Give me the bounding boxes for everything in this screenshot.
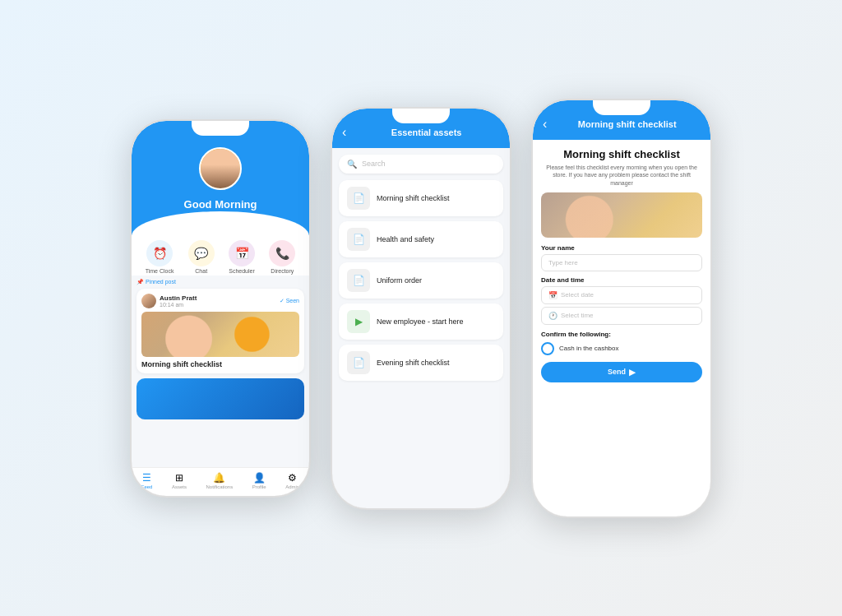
- your-name-input[interactable]: Type here: [541, 254, 702, 271]
- asset-morning-checklist[interactable]: 📄 Morning shift checklist: [339, 180, 503, 216]
- asset-new-employee[interactable]: ▶ New employee - start here: [339, 303, 503, 340]
- send-arrow-icon: ▶: [629, 368, 636, 377]
- date-time-label: Date and time: [541, 276, 702, 284]
- phone2-notch: [392, 109, 450, 123]
- phone2-inner: ‹ Essential assets 🔍 Search 📄 Morning sh…: [332, 109, 510, 508]
- nav-profile[interactable]: 👤 Profile: [252, 472, 266, 489]
- asset-uniform-order[interactable]: 📄 Uniform order: [339, 262, 503, 299]
- pinned-post-label: 📌 Pinned post: [136, 279, 304, 285]
- feed-nav-label: Feed: [141, 484, 153, 489]
- phone-1: Good Morning ⏰ Time Clock 💬 Chat 📅 Sched…: [130, 119, 311, 498]
- scheduler-icon: 📅: [229, 240, 255, 266]
- feed-seen-badge: ✓ Seen: [280, 298, 299, 304]
- feed-section: 📌 Pinned post Austin Pratt 10:14 am ✓ Se…: [132, 276, 309, 467]
- avatar: [199, 147, 242, 190]
- feed-user: Austin Pratt 10:14 am: [141, 294, 197, 308]
- asset-label-4: New employee - start here: [377, 317, 464, 326]
- profile-nav-icon: 👤: [253, 472, 266, 484]
- phone-2: ‹ Essential assets 🔍 Search 📄 Morning sh…: [331, 107, 511, 510]
- asset-label-5: Evening shift checklist: [377, 359, 450, 367]
- date-placeholder: Select date: [561, 291, 594, 299]
- checklist-hero-image: [541, 192, 702, 238]
- phone3-notch: [593, 100, 650, 115]
- feed-user-name: Austin Pratt: [160, 294, 197, 302]
- clock-icon: 🕐: [548, 312, 557, 320]
- feed-nav-icon: ☰: [142, 472, 151, 484]
- date-picker[interactable]: 📅 Select date: [541, 286, 702, 304]
- search-icon: 🔍: [347, 160, 357, 169]
- checklist-image-visual: [541, 192, 702, 238]
- asset-pdf-icon-2: 📄: [347, 228, 370, 251]
- asset-label-3: Uniform order: [377, 276, 422, 285]
- feed-image-visual: [141, 312, 299, 357]
- feed-post-title: Morning shift checklist: [141, 360, 299, 368]
- phone2-title: Essential assets: [353, 127, 500, 137]
- calendar-icon: 📅: [548, 291, 557, 299]
- chat-icon: 💬: [188, 240, 215, 266]
- notifications-nav-icon: 🔔: [213, 472, 225, 484]
- asset-pdf-icon-3: 📄: [347, 269, 370, 292]
- phone1-header: Good Morning: [132, 121, 309, 235]
- nav-notifications[interactable]: 🔔 Notifications: [206, 472, 233, 489]
- directory-icon: 📞: [269, 240, 295, 266]
- confirm-item-cash[interactable]: Cash in the cashbox: [541, 342, 702, 355]
- greeting-text: Good Morning: [132, 198, 309, 211]
- assets-nav-icon: ⊞: [175, 472, 183, 484]
- asset-pdf-icon-1: 📄: [347, 187, 370, 210]
- time-placeholder: Select time: [561, 312, 594, 319]
- nav-feed[interactable]: ☰ Feed: [141, 472, 153, 489]
- search-bar[interactable]: 🔍 Search: [339, 155, 503, 174]
- search-placeholder: Search: [362, 160, 386, 168]
- asset-label-2: Health and safety: [377, 235, 434, 243]
- asset-video-icon: ▶: [347, 310, 370, 333]
- time-clock-icon: ⏰: [146, 240, 173, 266]
- feed-post-image: [141, 312, 299, 357]
- icon-directory[interactable]: 📞 Directory: [269, 240, 295, 274]
- feed-post-time: 10:14 am: [160, 302, 197, 308]
- nav-admin[interactable]: ⚙ Admin: [285, 472, 299, 489]
- feed-card-header: Austin Pratt 10:14 am ✓ Seen: [141, 294, 299, 308]
- time-picker[interactable]: 🕐 Select time: [541, 307, 702, 325]
- feed-card-2[interactable]: [136, 378, 304, 419]
- confirm-section: Confirm the following: Cash in the cashb…: [541, 331, 702, 355]
- icon-chat[interactable]: 💬 Chat: [188, 240, 215, 274]
- phone3-body: Morning shift checklist Please feel this…: [533, 140, 710, 516]
- profile-nav-label: Profile: [252, 484, 266, 489]
- bottom-nav: ☰ Feed ⊞ Assets 🔔 Notifications 👤 Profil…: [132, 467, 309, 496]
- asset-label-1: Morning shift checklist: [377, 194, 450, 202]
- feed-user-avatar: [141, 294, 156, 308]
- phone1-notch: [192, 121, 249, 136]
- phone2-body: 🔍 Search 📄 Morning shift checklist 📄 Hea…: [332, 148, 510, 508]
- phone-3: ‹ Morning shift checklist Morning shift …: [531, 99, 712, 518]
- asset-evening-checklist[interactable]: 📄 Evening shift checklist: [339, 345, 503, 381]
- icon-time-clock[interactable]: ⏰ Time Clock: [146, 240, 174, 274]
- back-button[interactable]: ‹: [342, 125, 346, 140]
- confirm-item-text: Cash in the cashbox: [559, 345, 619, 352]
- feed-card[interactable]: Austin Pratt 10:14 am ✓ Seen Morning shi…: [136, 289, 304, 373]
- scene: Good Morning ⏰ Time Clock 💬 Chat 📅 Sched…: [113, 66, 729, 551]
- send-button[interactable]: Send ▶: [541, 362, 702, 382]
- icon-scheduler[interactable]: 📅 Scheduler: [229, 240, 255, 274]
- asset-health-safety[interactable]: 📄 Health and safety: [339, 221, 503, 257]
- time-clock-label: Time Clock: [146, 268, 174, 274]
- phone1-inner: Good Morning ⏰ Time Clock 💬 Chat 📅 Sched…: [132, 121, 309, 496]
- send-label: Send: [608, 368, 626, 376]
- checklist-subtitle: Please feel this checklist every morning…: [541, 164, 702, 188]
- directory-label: Directory: [271, 268, 294, 274]
- admin-nav-icon: ⚙: [288, 472, 297, 484]
- avatar-image: [201, 149, 240, 188]
- nav-assets[interactable]: ⊞ Assets: [172, 472, 187, 489]
- checklist-main-title: Morning shift checklist: [541, 148, 702, 160]
- phone3-title: Morning shift checklist: [553, 119, 701, 129]
- quick-icons: ⏰ Time Clock 💬 Chat 📅 Scheduler 📞 Direct…: [132, 235, 309, 276]
- chat-label: Chat: [195, 268, 207, 274]
- feed-user-info: Austin Pratt 10:14 am: [160, 294, 197, 308]
- phone3-inner: ‹ Morning shift checklist Morning shift …: [533, 100, 710, 516]
- notifications-nav-label: Notifications: [206, 484, 233, 489]
- back-button-3[interactable]: ‹: [543, 117, 547, 132]
- wave-decoration: [132, 211, 309, 236]
- confirm-label: Confirm the following:: [541, 331, 702, 338]
- assets-nav-label: Assets: [172, 484, 187, 489]
- confirm-checkbox[interactable]: [541, 342, 554, 355]
- admin-nav-label: Admin: [285, 484, 299, 489]
